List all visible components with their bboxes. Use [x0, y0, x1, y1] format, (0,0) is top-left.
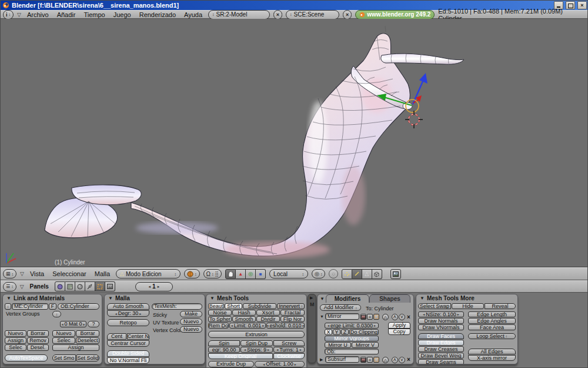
sticky-make-button[interactable]: Make [180, 311, 202, 317]
autotexspace-toggle[interactable]: AutoTexSpace [5, 354, 48, 362]
edge-length-toggle[interactable]: Edge Length [468, 311, 516, 317]
draw-faces-toggle[interactable]: Draw Faces [418, 333, 464, 339]
innervert-dropdown[interactable]: Innervert↕ [277, 303, 305, 309]
split-button[interactable]: Dividir [256, 316, 280, 322]
draw-creases-toggle[interactable]: Draw Creases [418, 346, 464, 352]
centre-button[interactable]: Cent [107, 333, 126, 340]
mirror-delete-button[interactable]: × [407, 314, 410, 320]
material-index-stepper[interactable]: ◂0 Mat 0▸ [60, 321, 86, 327]
threshold-stepper[interactable]: ◂eshold: 0.010▸ [266, 323, 305, 329]
extrude-dup-button[interactable]: Extrude Dup [208, 361, 254, 367]
material-select-button[interactable]: Selec [52, 337, 75, 344]
all-edges-toggle[interactable]: All Edges [468, 349, 516, 354]
do-clipping-toggle[interactable]: Do Clipping [349, 329, 379, 335]
modifier-move-up-button[interactable]: ˄ [392, 357, 398, 363]
vgroup-select-button[interactable]: Selec [5, 344, 26, 351]
draw-edges-toggle[interactable]: Draw Edges [418, 340, 464, 346]
scene-delete-button[interactable]: × [343, 10, 352, 19]
buttons-window-type-button[interactable]: ☰ ↕ [3, 282, 16, 291]
falloff-selector[interactable]: ◌ [329, 269, 338, 279]
render-preview-button[interactable] [390, 269, 401, 279]
vertex-color-new-button[interactable]: Nuevo [180, 326, 202, 333]
header-collapse-icon[interactable]: ▽ [20, 271, 24, 277]
menu-malla[interactable]: Malla [92, 270, 112, 277]
set-solid-button[interactable]: Set Solid [76, 354, 99, 362]
centre-new-button[interactable]: Center N [127, 333, 149, 340]
tab-modifiers[interactable]: Modifiers [326, 294, 369, 303]
on-cage-icon[interactable] [373, 357, 379, 363]
draw-normals-toggle[interactable]: Draw Normals [418, 318, 464, 324]
vgroup-assign-button[interactable]: Assign [5, 337, 26, 344]
face-area-toggle[interactable]: Face Area [468, 324, 516, 330]
rotate-manipulator-button[interactable]: ◎ [246, 269, 256, 279]
degrees-stepper[interactable]: egr: 90.00 [208, 347, 240, 353]
menu-anadir[interactable]: Añadir [55, 11, 78, 18]
material-delete-button[interactable]: Borrar [76, 330, 99, 337]
vertex-group-dropdown[interactable]: ↕ [52, 311, 61, 317]
scene-context-button[interactable] [105, 281, 115, 291]
centre-cursor-button[interactable]: Centrar Cursor [107, 340, 149, 347]
vertex-select-button[interactable] [342, 269, 352, 279]
beauty-toggle[interactable]: Beaut [208, 303, 224, 309]
shading-context-button[interactable] [75, 281, 85, 291]
extrude-button[interactable]: Extrusion [208, 331, 305, 338]
subsurf-name-field[interactable]: Subsurf [325, 356, 359, 363]
modifier-move-down-button[interactable]: ˅ [399, 314, 405, 320]
offset-stepper[interactable]: ◂Offset: 1.00▸ [255, 361, 305, 367]
object-name-field[interactable]: OB:Cylinder [58, 303, 99, 310]
face-select-button[interactable]: △ [362, 269, 372, 279]
window-type-button[interactable]: i ↕ [3, 10, 14, 19]
retopo-toggle[interactable]: Retopo [107, 319, 149, 326]
orientation-selector[interactable]: Local ↕ [269, 269, 308, 279]
mirror-x-toggle[interactable]: X [325, 329, 332, 335]
material-assign-button[interactable]: Assign [52, 344, 99, 351]
smooth-button[interactable]: Smooth [232, 316, 256, 322]
menu-juego[interactable]: Juego [111, 11, 133, 18]
draw-bevel-weights-toggle[interactable]: Draw Bevel Weig [418, 353, 464, 359]
material-help-button[interactable]: ? [88, 321, 99, 327]
vgroup-new-button[interactable]: Nuevo [5, 330, 26, 337]
viewport-window-type-button[interactable]: ⊞ ↕ [3, 269, 16, 279]
edge-angles-toggle[interactable]: Edge Angles [468, 318, 516, 324]
collapsed-panel-multires[interactable]: ▶ M [308, 294, 316, 363]
menu-renderizado[interactable]: Renderizado [137, 11, 178, 18]
modifier-sphere-icon[interactable]: △ [382, 314, 389, 320]
modifier-copy-button[interactable]: Copy [388, 329, 410, 335]
screw-button[interactable]: Screw [273, 340, 305, 346]
subsurf-expand-icon[interactable]: ▶ [320, 357, 323, 362]
nsize-stepper[interactable]: ◂NSize: 0.100▸ [418, 311, 464, 317]
hide-button[interactable]: Hide [452, 303, 484, 309]
edge-select-button[interactable] [352, 269, 362, 279]
mirror-u-toggle[interactable]: Mirror U [325, 342, 351, 348]
turns-stepper[interactable]: ◂Turns: 1▸ [273, 347, 305, 353]
scene-selector[interactable]: ↕ SCE:Scene [286, 10, 339, 19]
mode-selector[interactable]: △ Modo Edicion ↕ [116, 269, 181, 279]
panel-header[interactable]: ▼ Link and Materials [6, 295, 65, 301]
flip-normals-button[interactable]: Flip Nor [280, 316, 305, 322]
proportional-edit-selector[interactable]: ◎ ↕ [312, 269, 325, 279]
render-visibility-icon[interactable] [360, 357, 366, 363]
panel-collapse-icon[interactable]: ▼ [320, 296, 325, 301]
header-collapse-icon[interactable]: ▽ [17, 12, 21, 18]
spin-button[interactable]: Spin [208, 340, 240, 346]
set-smooth-button[interactable]: Set Smo [52, 354, 76, 362]
mesh-browse-dropdown[interactable]: ↕ [5, 303, 11, 310]
screen-selector[interactable]: ↕ SR:2-Model [208, 10, 270, 19]
modifier-sphere-icon[interactable]: △ [382, 357, 389, 363]
remove-doubles-button[interactable]: Rem Do [208, 323, 229, 329]
manipulator-toggle-button[interactable] [225, 269, 236, 279]
menu-panels[interactable]: Panels [28, 283, 51, 290]
modifier-move-down-button[interactable]: ˅ [399, 357, 405, 363]
occlude-geometry-button[interactable] [372, 269, 382, 279]
mirror-z-toggle[interactable]: Z [341, 329, 349, 335]
modifier-apply-button[interactable]: Apply [388, 322, 410, 329]
mirror-v-toggle[interactable]: Mirror V [352, 342, 379, 348]
limit-stepper[interactable]: ◂Limit: 0.001▸ [229, 323, 266, 329]
screen-delete-button[interactable]: × [273, 10, 282, 19]
double-sided-toggle[interactable]: Double Sided [107, 350, 149, 357]
fake-user-button[interactable]: F [49, 303, 56, 310]
degr-stepper[interactable]: ◂Degr: 30▸ [107, 310, 149, 317]
subdivide-button[interactable]: Subdivide [243, 303, 276, 309]
editmode-visibility-icon[interactable]: + [367, 314, 373, 320]
draw-vnormals-toggle[interactable]: Draw VNormals [418, 324, 464, 330]
